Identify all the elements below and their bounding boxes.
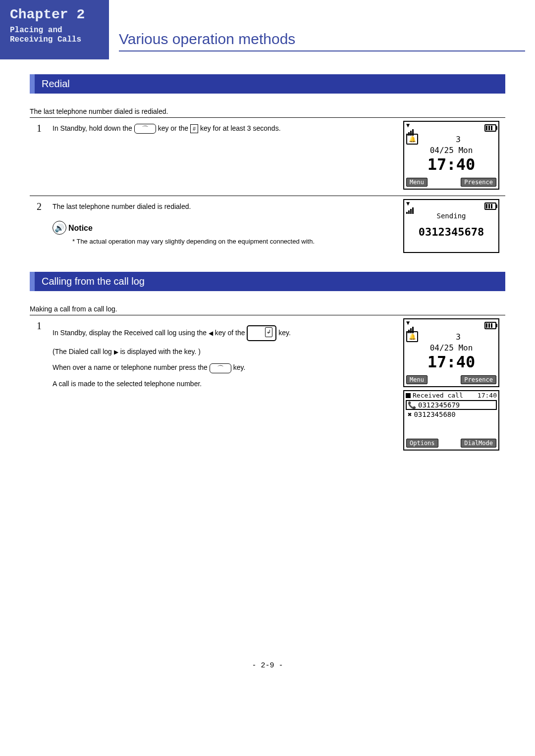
calllog-time: 17:40: [478, 392, 497, 399]
step-number: 2: [30, 196, 49, 259]
square-icon: [406, 393, 411, 398]
battery-icon: [484, 322, 496, 329]
right-arrow-icon: ▶: [114, 349, 118, 355]
step-body: The last telephone number dialed is redi…: [49, 196, 400, 259]
step-number: 1: [30, 118, 49, 196]
nav-key-icon: [247, 325, 276, 341]
step-body: In Standby, hold down the ⌒ key or the #…: [49, 118, 400, 196]
notice-text: * The actual operation may vary slightly…: [53, 237, 396, 247]
speaker-icon: 🔊: [53, 221, 66, 235]
bell-icon: 🔔: [406, 134, 418, 145]
section-calllog-intro: Making a call from a call log.: [30, 305, 505, 313]
chapter-label: Chapter 2: [10, 7, 104, 23]
phone-sending: Sending: [404, 212, 498, 222]
chapter-subtitle: Placing and Receiving Calls: [10, 26, 104, 45]
table-row: 1 In Standby, display the Received call …: [30, 315, 505, 454]
section-redial-title: Redial: [30, 74, 505, 94]
phone-mockup: ▼ Sending 0312345678: [400, 196, 505, 259]
phone-mockup: ▼ 🔔 3 04/25 Mon 17:40 Menu Presence: [400, 315, 505, 454]
calllog-entry: 📞 0312345679: [406, 400, 497, 410]
options-softkey: Options: [406, 439, 438, 448]
battery-icon: [484, 124, 496, 132]
document-header: Chapter 2 Placing and Receiving Calls Va…: [0, 0, 535, 59]
phone-date: 04/25 Mon: [404, 146, 498, 155]
menu-softkey: Menu: [406, 178, 428, 187]
signal-icon: ▼: [406, 198, 414, 214]
section-redial-intro: The last telephone number dialed is redi…: [30, 107, 505, 115]
notice-block: 🔊 Notice: [53, 221, 396, 235]
battery-icon: [484, 202, 496, 210]
phone-number: 0312345678: [404, 222, 498, 252]
page-title: Various operation methods: [119, 31, 525, 51]
phone-mockup: ▼ 🔔 3 04/25 Mon 17:40 Menu Presence: [400, 118, 505, 196]
presence-softkey: Presence: [461, 375, 496, 384]
handset-icon: 📞: [408, 401, 416, 409]
table-row: 2 The last telephone number dialed is re…: [30, 196, 505, 259]
missed-icon: ✖: [408, 410, 412, 418]
content-area: Redial The last telephone number dialed …: [0, 59, 535, 690]
menu-softkey: Menu: [406, 375, 428, 384]
bell-icon: 🔔: [406, 331, 418, 342]
step-number: 1: [30, 315, 49, 454]
phone-time: 17:40: [404, 155, 498, 174]
section-calllog-title: Calling from the call log: [30, 272, 505, 291]
notice-label: Notice: [68, 222, 93, 235]
calllog-header: Received call: [413, 392, 476, 399]
dialmode-softkey: DialMode: [461, 439, 496, 448]
calllog-steps-table: 1 In Standby, display the Received call …: [30, 315, 505, 454]
redial-steps-table: 1 In Standby, hold down the ⌒ key or the…: [30, 117, 505, 259]
phone-date: 04/25 Mon: [404, 343, 498, 353]
chapter-block: Chapter 2 Placing and Receiving Calls: [0, 0, 109, 59]
table-row: 1 In Standby, hold down the ⌒ key or the…: [30, 118, 505, 196]
call-key-icon: ⌒: [134, 124, 156, 134]
hash-key-icon: #: [190, 124, 198, 133]
call-key-icon: ⌒: [210, 363, 231, 373]
left-arrow-icon: ◀: [209, 330, 213, 337]
page-number: - 2-9 -: [30, 661, 505, 680]
presence-softkey: Presence: [461, 178, 496, 187]
step-body: In Standby, display the Received call lo…: [49, 315, 400, 454]
page-title-block: Various operation methods: [109, 0, 535, 59]
call-log-screen: Received call 17:40 📞 0312345679 ✖ 03123…: [403, 390, 499, 451]
phone-count: 3: [420, 135, 496, 144]
phone-count: 3: [420, 332, 496, 342]
calllog-entry: ✖ 0312345680: [406, 410, 497, 418]
phone-time: 17:40: [404, 353, 498, 371]
